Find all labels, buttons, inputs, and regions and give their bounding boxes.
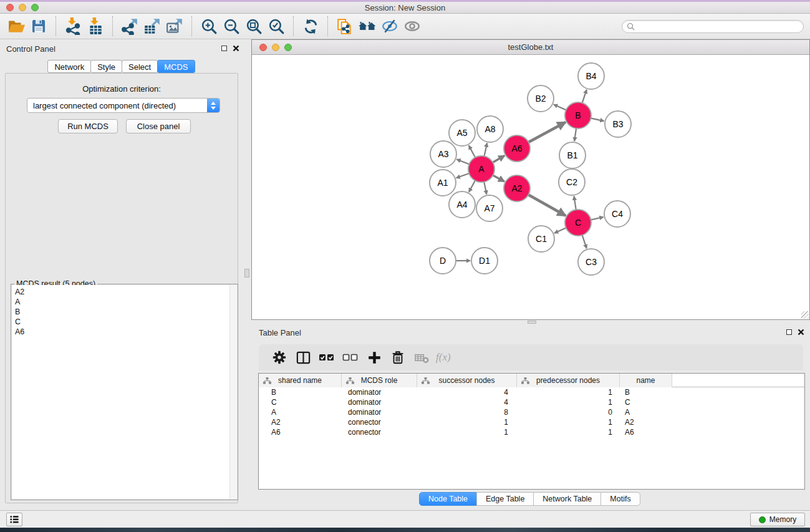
function-builder-icon[interactable]: f(x) bbox=[436, 351, 451, 364]
close-panel-icon[interactable] bbox=[798, 329, 804, 336]
edge-A6-B[interactable] bbox=[526, 122, 566, 143]
run-mcds-button[interactable]: Run MCDS bbox=[58, 119, 118, 133]
tab-select[interactable]: Select bbox=[122, 60, 158, 73]
close-panel-icon[interactable] bbox=[233, 45, 239, 52]
column-header-shared-name[interactable]: shared name bbox=[259, 374, 342, 387]
result-scrollbar[interactable] bbox=[229, 285, 237, 499]
divider-grip[interactable] bbox=[528, 321, 536, 324]
node-A[interactable]: A bbox=[468, 156, 494, 182]
node-D[interactable]: D bbox=[430, 248, 456, 274]
node-C1[interactable]: C1 bbox=[528, 226, 554, 252]
search-field[interactable] bbox=[622, 20, 804, 33]
node-A8[interactable]: A8 bbox=[477, 116, 503, 142]
zoom-in-icon[interactable] bbox=[198, 15, 220, 37]
open-file-icon[interactable] bbox=[5, 15, 27, 37]
column-header-name[interactable]: name bbox=[620, 374, 672, 387]
node-A6[interactable]: A6 bbox=[504, 135, 530, 162]
settings-gear-icon[interactable] bbox=[268, 346, 291, 369]
tab-mcds[interactable]: MCDS bbox=[157, 60, 195, 73]
vertical-split-divider[interactable] bbox=[243, 39, 251, 510]
node-C2[interactable]: C2 bbox=[559, 169, 585, 195]
criterion-dropdown[interactable]: largest connected component (directed) bbox=[27, 98, 220, 113]
table-cell[interactable]: 4 bbox=[417, 398, 517, 407]
table-cell[interactable]: A2 bbox=[620, 418, 672, 427]
node-B4[interactable]: B4 bbox=[578, 63, 604, 89]
table-cell[interactable]: A6 bbox=[259, 428, 342, 437]
table-row[interactable]: Cdominator41C bbox=[259, 397, 804, 407]
table-cell[interactable]: 0 bbox=[517, 408, 620, 417]
zoom-selected-icon[interactable] bbox=[265, 15, 287, 37]
table-cell[interactable]: C bbox=[620, 398, 672, 407]
node-A4[interactable]: A4 bbox=[449, 191, 475, 218]
search-input[interactable] bbox=[637, 22, 803, 31]
list-item[interactable]: A6 bbox=[12, 327, 229, 337]
export-network-icon[interactable] bbox=[118, 15, 141, 37]
list-item[interactable]: A2 bbox=[12, 287, 229, 297]
table-cell[interactable]: 1 bbox=[417, 428, 517, 437]
table-cell[interactable]: 4 bbox=[417, 388, 517, 397]
export-table-icon[interactable] bbox=[141, 15, 163, 37]
node-B[interactable]: B bbox=[565, 102, 591, 128]
network-canvas[interactable]: AA1A2A3A4A5A6A7A8BB1B2B3B4CC1C2C3C4DD1 bbox=[252, 56, 809, 319]
table-cell[interactable]: dominator bbox=[342, 398, 417, 407]
table-cell[interactable]: 1 bbox=[417, 418, 517, 427]
refresh-layout-icon[interactable] bbox=[299, 15, 322, 37]
list-item[interactable]: C bbox=[12, 317, 229, 327]
table-cell[interactable]: connector bbox=[342, 418, 417, 427]
tab-network-table[interactable]: Network Table bbox=[533, 492, 601, 506]
add-column-icon[interactable] bbox=[362, 346, 386, 369]
zoom-out-icon[interactable] bbox=[220, 15, 243, 37]
home-icon[interactable] bbox=[356, 15, 378, 37]
table-row[interactable]: A6connector11A6 bbox=[259, 427, 804, 437]
table-cell[interactable]: 8 bbox=[417, 408, 517, 417]
close-panel-button[interactable]: Close panel bbox=[126, 119, 191, 133]
table-cell[interactable]: 1 bbox=[517, 418, 620, 427]
node-A5[interactable]: A5 bbox=[449, 120, 475, 146]
network-window-titlebar[interactable]: testGlobe.txt bbox=[252, 40, 809, 55]
table-cell[interactable]: A bbox=[259, 408, 342, 417]
table-cell[interactable]: C bbox=[259, 398, 342, 407]
zoom-fit-icon[interactable] bbox=[243, 15, 265, 37]
node-A2[interactable]: A2 bbox=[504, 175, 530, 201]
tab-edge-table[interactable]: Edge Table bbox=[476, 492, 534, 506]
column-header-successor-nodes[interactable]: successor nodes bbox=[417, 374, 517, 387]
table-cell[interactable]: B bbox=[620, 388, 672, 397]
table-row[interactable]: Bdominator41B bbox=[259, 387, 804, 397]
window-titlebar[interactable]: Session: New Session bbox=[0, 0, 810, 14]
float-panel-icon[interactable] bbox=[221, 46, 227, 51]
node-D1[interactable]: D1 bbox=[471, 248, 498, 274]
node-table[interactable]: shared nameMCDS rolesuccessor nodesprede… bbox=[258, 373, 805, 490]
toggle-graphics-details-icon[interactable] bbox=[378, 15, 401, 37]
node-B2[interactable]: B2 bbox=[528, 85, 554, 112]
memory-button[interactable]: Memory bbox=[750, 513, 805, 526]
float-panel-icon[interactable] bbox=[786, 329, 792, 335]
import-network-icon[interactable] bbox=[62, 15, 84, 37]
delete-table-icon[interactable] bbox=[410, 346, 433, 369]
save-session-icon[interactable] bbox=[27, 15, 50, 37]
table-row[interactable]: A2connector11A2 bbox=[259, 417, 804, 427]
deselect-all-icon[interactable] bbox=[339, 346, 362, 369]
export-image-icon[interactable] bbox=[163, 15, 186, 37]
table-cell[interactable]: A bbox=[620, 408, 672, 417]
table-cell[interactable]: A2 bbox=[259, 418, 342, 427]
table-cell[interactable]: connector bbox=[342, 428, 417, 437]
table-row[interactable]: Adominator80A bbox=[259, 407, 804, 417]
tab-node-table[interactable]: Node Table bbox=[419, 492, 477, 506]
tab-network[interactable]: Network bbox=[47, 60, 91, 73]
delete-column-icon[interactable] bbox=[386, 346, 410, 369]
table-cell[interactable]: 1 bbox=[517, 388, 620, 397]
clone-network-icon[interactable] bbox=[334, 15, 356, 37]
table-cell[interactable]: dominator bbox=[342, 388, 417, 397]
column-header-MCDS-role[interactable]: MCDS role bbox=[342, 374, 417, 387]
table-cell[interactable]: dominator bbox=[342, 408, 417, 417]
list-item[interactable]: B bbox=[12, 307, 229, 317]
column-header-predecessor-nodes[interactable]: predecessor nodes bbox=[517, 374, 620, 387]
edge-A2-C[interactable] bbox=[526, 193, 566, 215]
resize-corner-icon[interactable] bbox=[801, 311, 809, 319]
tab-style[interactable]: Style bbox=[90, 60, 122, 73]
show-hide-panel-icon[interactable] bbox=[401, 15, 423, 37]
tab-motifs[interactable]: Motifs bbox=[600, 492, 640, 506]
node-B3[interactable]: B3 bbox=[605, 111, 631, 137]
table-cell[interactable]: 1 bbox=[517, 428, 620, 437]
node-C3[interactable]: C3 bbox=[578, 249, 604, 275]
